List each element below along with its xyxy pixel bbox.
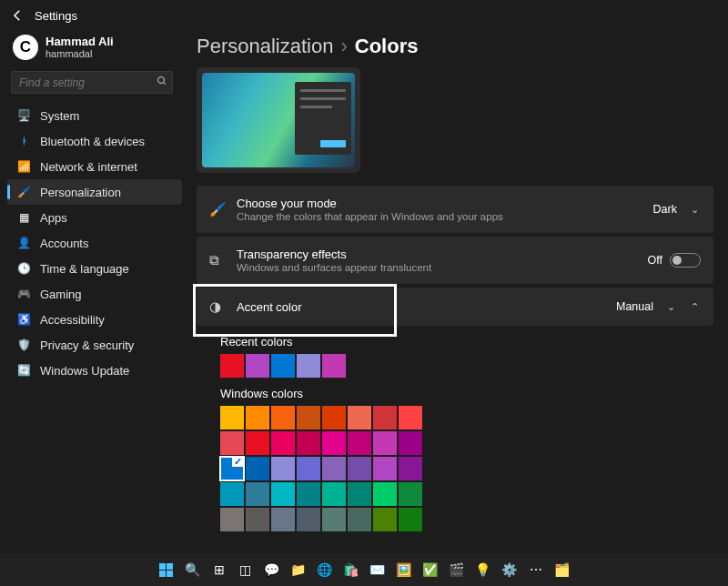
windows-color-swatch[interactable]: [297, 508, 320, 531]
sidebar-item-system[interactable]: 🖥️System: [7, 103, 182, 128]
taskbar-store-icon[interactable]: 🛍️: [340, 559, 362, 581]
windows-color-swatch[interactable]: [373, 406, 397, 429]
windows-color-swatch[interactable]: [271, 482, 295, 506]
sidebar-item-network-internet[interactable]: 📶Network & internet: [7, 154, 182, 179]
windows-color-swatch[interactable]: [297, 406, 320, 429]
recent-color-swatch[interactable]: [297, 354, 320, 378]
accent-value[interactable]: Manual: [616, 300, 653, 313]
taskbar-settings-icon[interactable]: ⚙️: [499, 559, 521, 581]
windows-color-swatch[interactable]: [399, 431, 422, 455]
transparency-toggle[interactable]: Off: [648, 253, 701, 268]
mode-card[interactable]: 🖌️ Choose your mode Change the colors th…: [197, 186, 713, 233]
recent-color-swatch[interactable]: [271, 354, 295, 378]
windows-color-swatch[interactable]: [399, 406, 422, 429]
windows-color-swatch[interactable]: [297, 457, 320, 480]
windows-color-swatch[interactable]: [246, 508, 269, 531]
windows-color-swatch[interactable]: [220, 508, 244, 531]
windows-color-swatch[interactable]: [322, 482, 346, 506]
nav-label: Accessibility: [40, 313, 105, 327]
windows-color-swatch[interactable]: [322, 431, 346, 455]
windows-color-swatch[interactable]: [271, 508, 295, 531]
taskbar-folder-icon[interactable]: 🗂️: [551, 559, 573, 581]
main-content: Personalization › Colors 🖌️ Choose your …: [182, 27, 728, 573]
nav-icon: ♿: [16, 312, 31, 327]
window-header: Settings: [0, 0, 728, 27]
sidebar-item-time-language[interactable]: 🕒Time & language: [7, 256, 182, 281]
windows-color-swatch[interactable]: [373, 508, 397, 531]
sidebar-item-apps[interactable]: ▦Apps: [7, 205, 182, 230]
windows-color-swatch[interactable]: [271, 406, 295, 429]
recent-color-swatch[interactable]: [246, 354, 269, 378]
recent-colors-row: [220, 354, 713, 378]
transparency-sub: Windows and surfaces appear translucent: [237, 262, 637, 273]
nav-icon: 🖌️: [16, 185, 31, 199]
chevron-up-icon[interactable]: ⌃: [688, 301, 701, 313]
transparency-icon: ⧉: [209, 252, 226, 268]
back-icon[interactable]: [9, 7, 25, 24]
accent-icon: ◑: [209, 298, 226, 315]
taskbar-mail-icon[interactable]: ✉️: [367, 559, 389, 581]
windows-color-swatch[interactable]: [373, 431, 397, 455]
sidebar-item-windows-update[interactable]: 🔄Windows Update: [7, 358, 182, 383]
taskbar-widgets-icon[interactable]: ◫: [235, 559, 257, 581]
search-box[interactable]: [11, 71, 173, 94]
windows-color-swatch[interactable]: [246, 431, 269, 455]
windows-color-swatch[interactable]: [373, 457, 397, 480]
mode-value[interactable]: Dark: [653, 203, 677, 216]
taskbar-explorer-icon[interactable]: 📁: [288, 559, 309, 581]
transparency-card[interactable]: ⧉ Transparency effects Windows and surfa…: [197, 237, 713, 284]
windows-color-swatch[interactable]: [348, 406, 371, 429]
sidebar-item-accounts[interactable]: 👤Accounts: [7, 230, 182, 256]
windows-color-swatch[interactable]: [348, 431, 371, 455]
windows-color-swatch[interactable]: [399, 508, 422, 531]
taskbar-clipchamp-icon[interactable]: 🎬: [446, 559, 468, 581]
sidebar-item-personalization[interactable]: 🖌️Personalization: [7, 179, 182, 205]
accent-card[interactable]: ◑ Accent color Manual ⌄ ⌃: [197, 288, 713, 326]
windows-color-swatch[interactable]: [220, 482, 244, 506]
windows-color-swatch[interactable]: [399, 457, 422, 480]
windows-color-swatch[interactable]: [399, 482, 422, 506]
taskbar-edge-icon[interactable]: 🌐: [314, 559, 336, 581]
taskbar-todo-icon[interactable]: ✅: [420, 559, 441, 581]
nav-label: Windows Update: [40, 364, 129, 378]
recent-color-swatch[interactable]: [220, 354, 244, 378]
windows-color-swatch[interactable]: [271, 457, 295, 480]
search-input[interactable]: [19, 76, 157, 89]
user-name: Hammad Ali: [46, 35, 114, 49]
sidebar-item-gaming[interactable]: 🎮Gaming: [7, 281, 182, 307]
windows-color-swatch[interactable]: [220, 406, 244, 429]
windows-color-swatch[interactable]: [271, 431, 295, 455]
windows-color-swatch[interactable]: [348, 457, 371, 480]
user-account[interactable]: C Hammad Ali hammadal: [7, 31, 182, 69]
taskbar-photos-icon[interactable]: 🖼️: [393, 559, 415, 581]
windows-color-swatch[interactable]: [220, 457, 244, 480]
windows-color-swatch[interactable]: [220, 431, 244, 455]
breadcrumb: Personalization › Colors: [197, 35, 713, 58]
nav-label: System: [40, 109, 79, 123]
chevron-right-icon: ›: [340, 35, 347, 58]
recent-color-swatch[interactable]: [322, 354, 346, 378]
taskbar-chat-icon[interactable]: 💬: [261, 559, 283, 581]
windows-color-swatch[interactable]: [246, 482, 269, 506]
sidebar-item-bluetooth-devices[interactable]: ᚼBluetooth & devices: [7, 128, 182, 154]
taskbar-more-icon[interactable]: ⋯: [525, 559, 547, 581]
windows-color-swatch[interactable]: [246, 457, 269, 480]
taskbar-tasks-icon[interactable]: ⊞: [208, 559, 230, 581]
windows-color-swatch[interactable]: [373, 482, 397, 506]
mode-sub: Change the colors that appear in Windows…: [237, 211, 642, 222]
taskbar-win-icon[interactable]: [156, 559, 177, 581]
taskbar-search-icon[interactable]: 🔍: [182, 559, 204, 581]
windows-color-swatch[interactable]: [348, 482, 371, 506]
sidebar-item-privacy-security[interactable]: 🛡️Privacy & security: [7, 332, 182, 358]
windows-color-swatch[interactable]: [297, 482, 320, 506]
windows-color-swatch[interactable]: [297, 431, 320, 455]
windows-color-swatch[interactable]: [322, 508, 346, 531]
breadcrumb-parent[interactable]: Personalization: [197, 35, 333, 58]
taskbar: 🔍⊞◫💬📁🌐🛍️✉️🖼️✅🎬💡⚙️⋯🗂️: [0, 553, 728, 586]
windows-color-swatch[interactable]: [348, 508, 371, 531]
taskbar-tips-icon[interactable]: 💡: [472, 559, 494, 581]
windows-color-swatch[interactable]: [322, 406, 346, 429]
windows-color-swatch[interactable]: [322, 457, 346, 480]
sidebar-item-accessibility[interactable]: ♿Accessibility: [7, 307, 182, 332]
windows-color-swatch[interactable]: [246, 406, 269, 429]
